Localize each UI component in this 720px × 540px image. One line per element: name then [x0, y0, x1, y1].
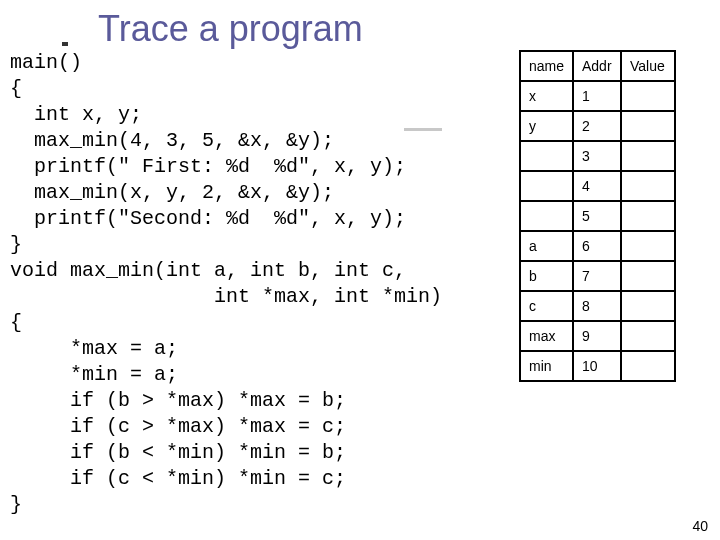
cell-name: b — [520, 261, 573, 291]
cell-addr: 10 — [573, 351, 621, 381]
table-row: 3 — [520, 141, 675, 171]
cell-name: min — [520, 351, 573, 381]
cell-value — [621, 291, 675, 321]
cell-value — [621, 141, 675, 171]
cell-addr: 1 — [573, 81, 621, 111]
page-number: 40 — [692, 518, 708, 534]
slide-title: Trace a program — [98, 8, 363, 50]
cell-addr: 9 — [573, 321, 621, 351]
cell-name: a — [520, 231, 573, 261]
table-header-row: name Addr Value — [520, 51, 675, 81]
table-row: b7 — [520, 261, 675, 291]
decorative-mark — [62, 42, 68, 46]
header-value: Value — [621, 51, 675, 81]
cell-addr: 2 — [573, 111, 621, 141]
cell-addr: 5 — [573, 201, 621, 231]
table-row: a6 — [520, 231, 675, 261]
table-row: c8 — [520, 291, 675, 321]
cell-value — [621, 81, 675, 111]
cell-name — [520, 201, 573, 231]
cell-value — [621, 261, 675, 291]
cell-value — [621, 201, 675, 231]
cell-name — [520, 171, 573, 201]
table-row: y2 — [520, 111, 675, 141]
table-row: max9 — [520, 321, 675, 351]
cell-name: y — [520, 111, 573, 141]
table-row: min10 — [520, 351, 675, 381]
header-addr: Addr — [573, 51, 621, 81]
table-row: 5 — [520, 201, 675, 231]
header-name: name — [520, 51, 573, 81]
cell-value — [621, 351, 675, 381]
cell-addr: 6 — [573, 231, 621, 261]
cell-value — [621, 111, 675, 141]
cell-addr: 7 — [573, 261, 621, 291]
cell-addr: 4 — [573, 171, 621, 201]
code-block: main() { int x, y; max_min(4, 3, 5, &x, … — [10, 50, 442, 518]
cell-addr: 8 — [573, 291, 621, 321]
cell-addr: 3 — [573, 141, 621, 171]
table-row: x1 — [520, 81, 675, 111]
table-row: 4 — [520, 171, 675, 201]
cell-name: max — [520, 321, 573, 351]
cell-name — [520, 141, 573, 171]
cell-value — [621, 171, 675, 201]
cell-name: x — [520, 81, 573, 111]
memory-table: name Addr Value x1y2345a6b7c8max9min10 — [519, 50, 676, 382]
cell-value — [621, 231, 675, 261]
cell-name: c — [520, 291, 573, 321]
cell-value — [621, 321, 675, 351]
